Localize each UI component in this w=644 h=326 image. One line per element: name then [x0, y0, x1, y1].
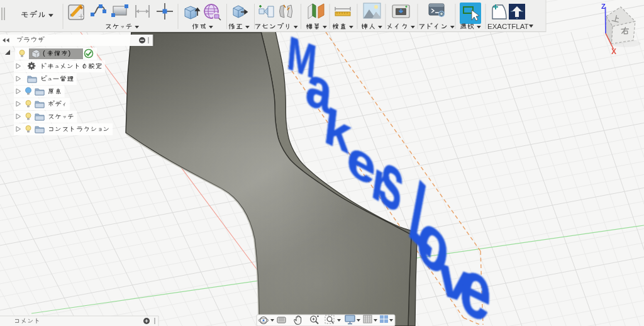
svg-text:Z: Z [601, 3, 606, 10]
svg-text:): ) [69, 49, 71, 57]
svg-text:EXACTFLAT: EXACTFLAT [487, 23, 529, 30]
svg-text:X: X [611, 47, 616, 56]
svg-text:(: ( [43, 49, 45, 57]
